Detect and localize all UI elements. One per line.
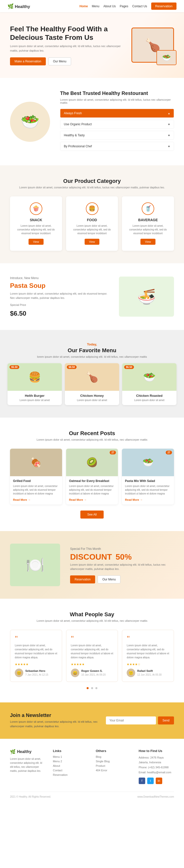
reservation-button[interactable]: Make a Reservation [10,57,46,65]
newsletter-send-button[interactable]: Send [158,716,174,724]
accordion: Always Fresh ▲ Use Organic Product ▼ Hea… [60,109,174,151]
footer-brand-col: 🌿 Healthy Lorem ipsum dolor sit amet, co… [10,749,45,784]
newsletter-section: Join a Newsletter Lorem ipsum dolor sit … [0,703,184,739]
twitter-icon[interactable]: t [147,778,154,784]
footer-bottom: 2021 © Healthy. All Rights Reserved. www… [10,792,174,798]
fav-menu-title-block: Our Favorite Menu lorem ipsum dolor sit … [7,347,177,358]
accordion-header-2[interactable]: Healthy & Tasty ▼ [60,131,174,140]
footer-other-2[interactable]: Product [96,764,131,767]
dot-2[interactable] [91,687,93,689]
footer-leaf-icon: 🌿 [10,749,16,754]
burger-description: Lorem ipsum dolor sit amet [10,399,59,402]
hero-buttons: Make a Reservation Our Menu [10,57,124,65]
menu-card-chicken-roasted: $6.50 🥗 Chicken Roasted Lorem ipsum dolo… [122,363,177,405]
footer-other-1[interactable]: Single Blog [96,760,131,763]
stars-2: ★★★★☆ [127,662,169,666]
accordion-item-0: Always Fresh ▲ [60,109,174,118]
person-1: 😄 Roger Gowen S. 10 Jan 2021, At 09:20 [71,669,114,677]
email-input[interactable] [106,716,156,724]
chicken-honey-image: $8.50 🍗 [65,363,119,391]
nav-menu[interactable]: Menu [92,4,99,8]
nav-home[interactable]: Home [80,4,88,8]
discount-menu-button[interactable]: Our Menu [98,576,120,583]
footer-others-title: Others [96,749,131,753]
discount-description: Lorem ipsum dolor sit amet, consectetur … [70,563,174,571]
dot-1[interactable] [87,687,89,689]
footer-link-1[interactable]: Menu 2 [53,760,88,763]
discount-title: DISCOUNT 50% [70,552,174,562]
food-view-button[interactable]: View [85,239,100,245]
menu-card-burger: $5.50 🍔 Helth Burger Lorem ipsum dolor s… [7,363,62,405]
person-name-1: Roger Gowen S. [81,669,105,672]
snack-view-button[interactable]: View [29,239,43,245]
nav-contact[interactable]: Contact Us [132,4,147,8]
special-label: Special Price [10,303,109,307]
footer-description: Lorem ipsum dolor sit amet, consectetur … [10,757,45,773]
stars-0: ★★★★★ [15,662,57,666]
footer-link-0[interactable]: Menu 1 [53,755,88,758]
discount-image: 🍽️ [10,544,60,586]
menu-card-chicken-honey: $8.50 🍗 Chicken Honey Lorem ipsum dolor … [65,363,119,405]
footer-link-4[interactable]: Reservation [53,773,88,776]
discount-title-pre: DISCOUNT [70,552,112,561]
leaf-icon: 🌿 [7,3,14,9]
beverage-view-button[interactable]: View [141,239,155,245]
navbar: 🌿 Healthy Home Menu About Us Pages Conta… [0,0,184,12]
nav-reservation-button[interactable]: Reservation [151,2,177,10]
nav-pages[interactable]: Pages [120,4,128,8]
chicken-honey-body: Chicken Honey Lorem ipsum dolor sit amet [65,391,119,405]
footer-find-us-title: How to Find Us [139,749,174,753]
post-0-emoji: 🍖 [30,457,41,468]
social-icons: f t in [139,778,174,784]
discount-reservation-button[interactable]: Reservation [70,576,95,583]
footer-link-2[interactable]: About [53,764,88,767]
soup-emoji: 🍜 [137,288,156,306]
footer-other-0[interactable]: Blog [96,755,131,758]
hero-section: Feel The Healthy Food With a Delecious T… [0,12,184,78]
post-cards: 🍖 Grilled Food Lorem ipsum dolor sit ame… [10,448,174,504]
beverage-label: BAVERAGE [127,218,169,222]
footer: 🌿 Healthy Lorem ipsum dolor sit amet, co… [0,739,184,803]
accordion-header-1[interactable]: Use Organic Product ▼ [60,120,174,128]
menu-cards: $5.50 🍔 Helth Burger Lorem ipsum dolor s… [7,363,177,405]
post-0-image: 🍖 [10,448,62,476]
chicken-roasted-image: $6.50 🥗 [122,363,177,391]
avatar-0: 😊 [15,669,23,677]
cat-card-food: 🍔 FOOD Lorem ipsum dolor sit amet, conse… [66,196,118,251]
quote-icon-0: " [15,634,57,642]
see-all-button[interactable]: See All [80,510,104,519]
accordion-header-0[interactable]: Always Fresh ▲ [60,109,174,118]
new-menu-price: $6.50 [10,310,109,317]
burger-name: Helth Burger [10,394,59,398]
footer-top: 🌿 Healthy Lorem ipsum dolor sit amet, co… [10,749,174,784]
footer-link-3[interactable]: Contact [53,769,88,772]
testi-title-block: What People Say Lorem ipsum dolor sit am… [10,611,174,622]
new-menu-description: Lorem ipsum dolor sit amet, consectetur … [10,291,109,300]
facebook-icon[interactable]: f [139,778,145,784]
post-1-body: Oatmeal for Every Breakfast Lorem ipsum … [66,476,118,504]
discount-buttons: Reservation Our Menu [70,576,174,583]
accordion-header-3[interactable]: By Professional Chef ▼ [60,142,174,151]
nav-about[interactable]: About Us [103,4,116,8]
post-2-read-more[interactable]: Read More → [125,498,143,501]
new-menu-image: 🍜 [119,277,174,317]
instagram-icon[interactable]: in [156,778,162,784]
person-2: 🙂 Rafael Swift 12 Jun 2021, At 05:30 [127,669,169,677]
footer-other-3[interactable]: 404 Error [96,769,131,772]
post-1-read-more[interactable]: Read More → [69,498,87,501]
post-0-body: Grilled Food Lorem ipsum dolor sit amet,… [10,476,62,504]
today-label: Today, [7,342,177,346]
post-1-badge: 27 [110,451,116,455]
our-menu-button[interactable]: Our Menu [48,57,71,65]
beverage-description: Lorem ipsum dolor sit amet, consectetur … [127,224,169,235]
person-date-2: 12 Jun 2021, At 05:30 [137,673,161,676]
dot-3[interactable] [95,687,97,689]
discount-highlight: 50% [116,552,132,561]
footer-links-list: Menu 1 Menu 2 About Contact Reservation [53,755,88,776]
testi-card-0: " Lorem ipsum dolor sit amet, consectetu… [10,630,62,682]
post-0-read-more[interactable]: Read More → [13,498,31,501]
footer-others-col: Others Blog Single Blog Product 404 Erro… [96,749,131,784]
copyright: 2021 © Healthy. All Rights Reserved. [10,795,51,798]
newsletter-form: Send [106,716,174,724]
avatar-1: 😄 [71,669,79,677]
